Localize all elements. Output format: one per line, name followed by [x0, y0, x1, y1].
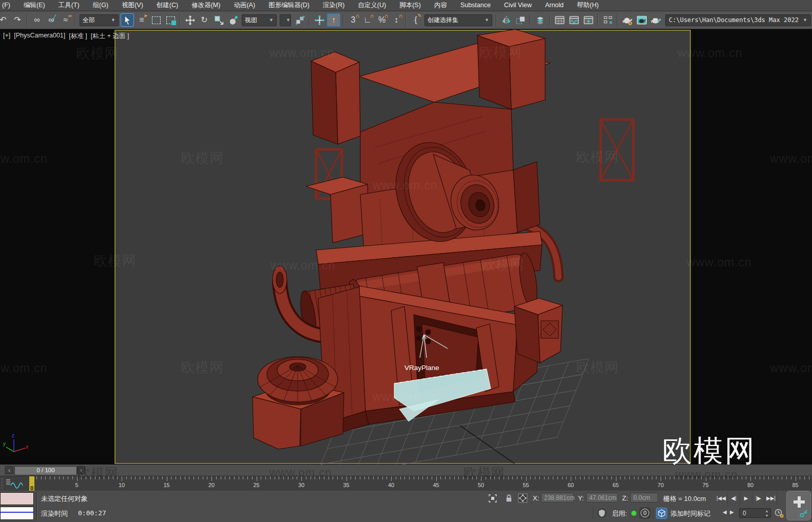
menu-item-12[interactable]: 内容 — [428, 0, 454, 11]
play-button[interactable]: ▶ — [740, 492, 752, 505]
object-label: VRayPlane — [404, 364, 439, 372]
menu-item-2[interactable]: 工具(T) — [52, 0, 86, 11]
project-folder-field[interactable]: C:\Users\Han\Documents\3ds Max 2022▼ — [665, 14, 811, 26]
viewport-menu-shading[interactable]: [粘土 + 边面 ] — [91, 32, 129, 41]
undo-icon[interactable]: ↶ — [0, 13, 10, 27]
ruler-tick — [432, 476, 432, 479]
menu-item-9[interactable]: 渲染(R) — [316, 0, 351, 11]
ruler-tick-label: 15 — [163, 482, 169, 488]
time-slider-handle[interactable]: 0 / 100 — [14, 466, 77, 475]
select-and-rotate-icon[interactable]: ↻ — [198, 13, 211, 27]
viewport-canvas[interactable]: VRayPlane z y x [+] [PhysCamera001] [标准 … — [0, 29, 812, 465]
curve-editor-icon[interactable] — [567, 13, 581, 27]
isolate-selection-toggle-icon[interactable] — [488, 493, 498, 504]
ruler-tick — [216, 476, 217, 479]
menu-item-3[interactable]: 组(G) — [86, 0, 115, 11]
render-setup-icon[interactable] — [621, 13, 634, 27]
use-pivot-point-center-icon[interactable] — [293, 13, 306, 27]
ruler-tick — [117, 476, 118, 479]
mini-curve-editor-icon[interactable] — [4, 477, 25, 490]
schematic-view-icon[interactable] — [601, 13, 614, 27]
viewport-menu-style[interactable]: [标准 ] — [69, 32, 87, 41]
menu-item-15[interactable]: Arnold — [538, 0, 570, 11]
menu-item-10[interactable]: 自定义(U) — [351, 0, 393, 11]
enable-label: 启用: — [612, 509, 627, 518]
nav-right-arrow[interactable]: ▶ — [729, 509, 735, 515]
redo-icon[interactable]: ↷ — [11, 13, 24, 27]
default-shading-cube-icon[interactable] — [656, 508, 667, 519]
percent-snap-icon[interactable]: %⊃ — [375, 13, 389, 27]
rect-selection-region-icon[interactable] — [149, 13, 163, 27]
time-configuration-clock-icon[interactable] — [774, 508, 784, 518]
menu-item-6[interactable]: 修改器(M) — [185, 0, 227, 11]
maximize-viewport-toggle-button[interactable] — [786, 491, 811, 520]
dope-sheet-icon[interactable] — [582, 13, 595, 27]
rendered-frame-window-icon[interactable] — [635, 13, 648, 27]
menu-item-11[interactable]: 脚本(S) — [393, 0, 428, 11]
add-time-tag[interactable]: 添加时间标记 — [670, 509, 710, 518]
next-frame-button[interactable]: |▶ — [752, 492, 765, 505]
select-object-icon[interactable] — [121, 13, 134, 27]
timeline-ruler[interactable]: 0510152025303540455055606570758085 — [29, 476, 812, 491]
window-crossing-icon[interactable] — [164, 13, 177, 27]
drag-handle[interactable] — [1, 477, 3, 490]
snaps-toggle-3d-icon[interactable]: 3⊃ — [346, 13, 360, 27]
menu-item-5[interactable]: 创建(C) — [150, 0, 185, 11]
ruler-tick — [90, 476, 91, 479]
current-frame-marker[interactable]: 0 — [29, 476, 34, 491]
maxscript-mini-listener-macro[interactable] — [0, 492, 34, 505]
select-and-link-icon[interactable]: ∞ — [30, 13, 44, 27]
select-and-move-icon[interactable] — [183, 13, 197, 27]
selection-lock-toggle-icon[interactable] — [504, 493, 514, 503]
ruler-tick — [732, 476, 733, 479]
named-sets-dropdown[interactable]: 创建选择集▼ — [424, 14, 492, 26]
ruler-tick — [418, 476, 419, 479]
align-icon[interactable] — [514, 13, 527, 27]
previous-frame-arrow-button[interactable]: ‹ — [5, 466, 13, 474]
previous-frame-button[interactable]: ◀| — [728, 492, 740, 505]
edit-named-sets-icon[interactable]: {✎ — [409, 13, 422, 27]
menu-item-7[interactable]: 动画(A) — [227, 0, 262, 11]
use-center-flyout-dropdown[interactable]: ▼ — [280, 14, 291, 26]
menu-item-14[interactable]: Civil View — [497, 0, 538, 11]
select-by-name-icon[interactable]: ≡➤ — [135, 13, 148, 27]
menu-item-16[interactable]: 帮助(H) — [570, 0, 605, 11]
render-production-icon[interactable] — [649, 13, 663, 27]
ruler-tick — [265, 476, 266, 479]
layer-manager-icon[interactable] — [533, 13, 547, 27]
selection-filter-dropdown[interactable]: 全部▼ — [80, 14, 119, 26]
go-to-start-button[interactable]: |◀◀ — [715, 492, 728, 505]
menu-item-13[interactable]: Substance — [454, 0, 497, 11]
nav-left-arrow[interactable]: ◀ — [722, 509, 728, 515]
mirror-icon[interactable] — [499, 13, 513, 27]
spinner-snap-icon[interactable]: ↕⊃ — [390, 13, 403, 27]
track-bar[interactable]: 0510152025303540455055606570758085 0 — [0, 476, 812, 491]
next-frame-arrow-button[interactable]: › — [77, 466, 85, 474]
select-and-manipulate-icon[interactable] — [313, 13, 326, 27]
absolute-mode-transform-icon[interactable] — [517, 493, 528, 504]
reference-coordinate-dropdown[interactable]: 视图▼ — [242, 14, 277, 26]
scene-explorer-icon[interactable] — [553, 13, 566, 27]
menu-item-4[interactable]: 视图(V) — [115, 0, 150, 11]
unlink-selection-icon[interactable]: ∞╱ — [45, 13, 58, 27]
select-and-place-icon[interactable] — [226, 13, 240, 27]
go-to-end-button[interactable]: ▶▶| — [765, 492, 778, 505]
menu-item-8[interactable]: 图形编辑器(D) — [262, 0, 316, 11]
maxscript-mini-listener[interactable] — [0, 507, 34, 520]
select-and-scale-icon[interactable] — [212, 13, 225, 27]
frame-spinner-field[interactable]: 0▲▼ — [739, 508, 771, 518]
z-coordinate-field[interactable]: 0.0cm — [630, 493, 658, 502]
menu-item-1[interactable]: 编辑(E) — [17, 0, 52, 11]
y-coordinate-field[interactable]: 47.061cm — [586, 493, 618, 502]
adaptive-degradation-shield-icon[interactable] — [596, 508, 607, 518]
degradation-zero-button[interactable]: 0 — [640, 508, 650, 518]
keyboard-shortcut-override-icon[interactable]: ↑ — [327, 13, 340, 27]
x-coordinate-field[interactable]: 238.881cm — [541, 493, 574, 502]
ruler-tick — [724, 476, 724, 479]
angle-snap-icon[interactable]: ∟⊃ — [361, 13, 374, 27]
bind-to-space-warp-icon[interactable]: ≈∞ — [59, 13, 72, 27]
drag-handle[interactable] — [1, 466, 3, 475]
viewport-menu-camera[interactable]: [PhysCamera001] — [14, 32, 65, 41]
menu-item-0[interactable]: (F) — [0, 0, 17, 11]
viewport-menu-general[interactable]: [+] — [3, 32, 10, 41]
